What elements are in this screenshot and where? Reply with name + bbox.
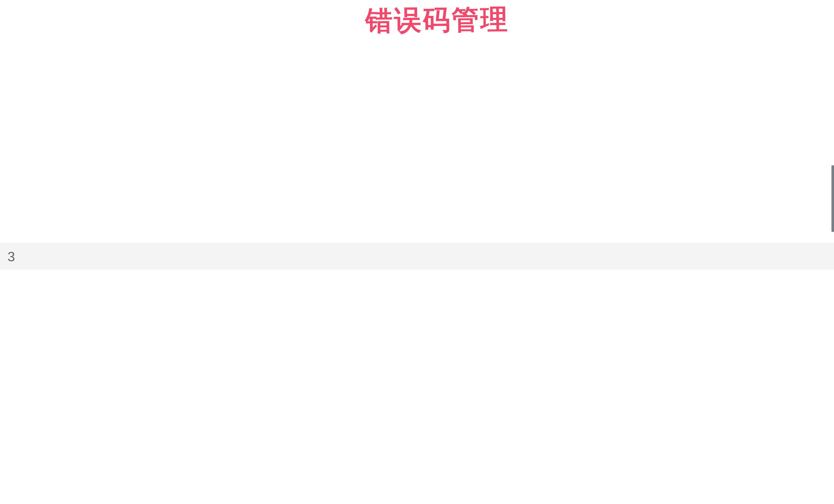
pager-page-4[interactable]: 4 — [15, 243, 834, 269]
annotation-text: 错误码管理 — [365, 1, 509, 40]
page: 错误码管理 ← → ⟳ ⌂ ⚠不安全 dashboard.yudao.iocod… — [0, 0, 834, 13]
pager-pages: 123456•••8 — [0, 243, 834, 256]
scrollbar-thumb[interactable] — [831, 165, 834, 232]
pagination: 共 76 条 10条/页 ‹ 123456•••8 › 前往 页 — [0, 240, 834, 259]
